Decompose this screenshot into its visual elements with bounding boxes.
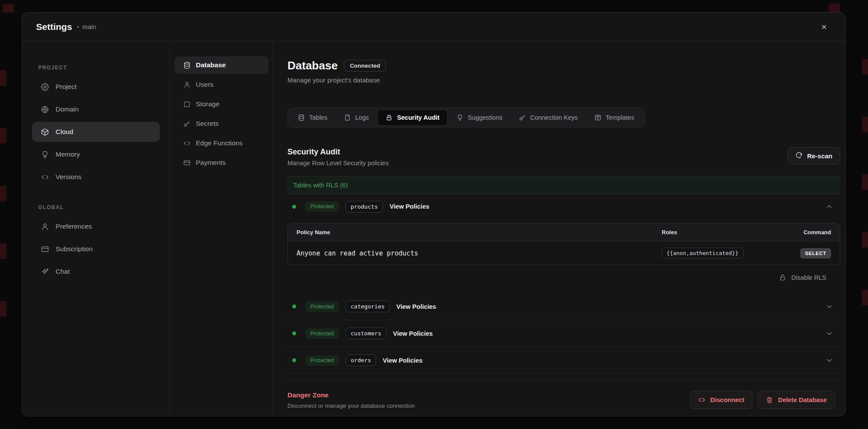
tab-label: Suggestions: [468, 114, 502, 121]
subnav-item-secrets[interactable]: Secrets: [175, 115, 268, 132]
square-icon: [183, 101, 191, 108]
modal-title: Settings: [36, 22, 72, 32]
chevron-down-icon[interactable]: [825, 357, 833, 364]
lightbulb-icon: [456, 114, 463, 121]
policies-panel: Policy Name Roles Command Anyone can rea…: [287, 219, 840, 293]
view-policies-link[interactable]: View Policies: [396, 303, 436, 310]
backdrop-artifact: [862, 59, 868, 75]
backdrop-artifact: [862, 232, 868, 248]
rls-table-row-products[interactable]: Protected products View Policies: [287, 194, 840, 219]
database-icon: [183, 62, 191, 69]
sidebar-section-project: PROJECT: [32, 65, 160, 71]
sidebar-item-label: Cloud: [56, 128, 73, 136]
tab-label: Templates: [606, 114, 634, 121]
settings-sidebar: PROJECT Project Domain Cloud Memory Vers…: [22, 41, 170, 416]
backdrop-artifact: [828, 3, 840, 12]
tab-templates[interactable]: Templates: [587, 109, 642, 126]
sidebar-item-subscription[interactable]: Subscription: [32, 239, 160, 259]
tab-security-audit[interactable]: Security Audit: [377, 109, 448, 126]
tab-label: Security Audit: [397, 114, 439, 121]
disconnect-button[interactable]: Disconnect: [690, 391, 752, 409]
section-title: Security Audit: [287, 147, 389, 157]
view-policies-link[interactable]: View Policies: [393, 330, 433, 337]
tab-suggestions[interactable]: Suggestions: [449, 109, 510, 126]
sidebar-item-chat[interactable]: Chat: [32, 262, 160, 282]
sidebar-item-project[interactable]: Project: [32, 77, 160, 97]
subnav-item-storage[interactable]: Storage: [175, 95, 268, 113]
subnav-item-edge-functions[interactable]: Edge Functions: [175, 134, 268, 152]
sidebar-item-versions[interactable]: Versions: [32, 167, 160, 187]
disable-rls-button[interactable]: Disable RLS: [287, 274, 840, 281]
backdrop-artifact: [0, 128, 7, 144]
close-button[interactable]: ×: [817, 20, 832, 34]
danger-zone-title: Danger Zone: [287, 391, 415, 400]
credit-card-icon: [183, 159, 191, 167]
subnav-item-payments[interactable]: Payments: [175, 154, 268, 171]
table-name-pill: categories: [346, 301, 390, 312]
policy-table: Policy Name Roles Command Anyone can rea…: [287, 223, 840, 265]
lock-icon: [386, 114, 393, 121]
chevron-down-icon[interactable]: [825, 330, 833, 337]
roles-pill: {{anon,authenticated}}: [662, 248, 743, 259]
rescan-button[interactable]: Re-scan: [788, 147, 840, 164]
subnav-item-label: Storage: [196, 100, 219, 108]
danger-zone: Danger Zone Disconnect or manage your da…: [287, 380, 840, 416]
table-icon: [594, 114, 601, 121]
tab-label: Tables: [309, 114, 327, 121]
trash-icon: [766, 396, 773, 403]
delete-database-button[interactable]: Delete Database: [758, 391, 835, 409]
backdrop-artifact: [0, 243, 7, 259]
sidebar-item-label: Subscription: [56, 245, 92, 253]
column-header-policy-name: Policy Name: [297, 229, 662, 236]
rls-table-row-orders[interactable]: Protected orders View Policies: [287, 347, 840, 374]
tab-connection-keys[interactable]: Connection Keys: [511, 109, 586, 126]
column-header-command: Command: [792, 229, 831, 236]
subnav-item-label: Secrets: [196, 120, 219, 128]
backdrop-artifact: [3, 4, 14, 13]
backdrop-artifact: [0, 70, 7, 86]
view-policies-link[interactable]: View Policies: [383, 357, 422, 364]
section-subtitle: Manage Row Level Security policies: [287, 160, 389, 167]
column-header-roles: Roles: [662, 229, 792, 236]
sidebar-item-preferences[interactable]: Preferences: [32, 216, 160, 236]
protected-badge: Protected: [305, 201, 339, 212]
backdrop-artifact: [0, 186, 7, 201]
cube-icon: [41, 128, 49, 136]
person-icon: [41, 223, 49, 231]
protected-badge: Protected: [305, 328, 339, 339]
chevron-up-icon[interactable]: [825, 203, 833, 210]
key-icon: [183, 120, 191, 128]
command-badge: SELECT: [800, 248, 831, 259]
sidebar-item-domain[interactable]: Domain: [32, 99, 160, 119]
tab-tables[interactable]: Tables: [290, 109, 335, 126]
policy-name: Anyone can read active products: [297, 249, 662, 257]
sidebar-section-global: GLOBAL: [32, 204, 160, 210]
danger-zone-subtitle: Disconnect or manage your database conne…: [287, 403, 415, 409]
person-icon: [183, 81, 191, 88]
table-name-pill: products: [346, 201, 383, 213]
database-icon: [298, 114, 305, 121]
chevron-down-icon[interactable]: [825, 303, 833, 311]
rls-table-row-categories[interactable]: Protected categories View Policies: [287, 293, 840, 320]
subnav-item-label: Database: [196, 61, 226, 69]
sparkles-icon: [41, 268, 49, 276]
subnav-item-users[interactable]: Users: [175, 76, 268, 93]
rls-group-header: Tables with RLS (6): [287, 176, 840, 194]
sidebar-item-memory[interactable]: Memory: [32, 144, 160, 164]
subnav-item-database[interactable]: Database: [175, 56, 268, 74]
code-icon: [183, 140, 191, 147]
view-policies-link[interactable]: View Policies: [389, 203, 429, 210]
subnav-item-label: Payments: [196, 159, 226, 167]
status-dot: [292, 205, 296, 209]
code-icon: [41, 173, 49, 181]
credit-card-icon: [41, 245, 49, 253]
gear-icon: [41, 83, 49, 91]
rls-table-row-customers[interactable]: Protected customers View Policies: [287, 320, 840, 347]
backdrop-artifact: [862, 174, 868, 190]
tab-logs[interactable]: Logs: [336, 109, 376, 126]
sidebar-item-label: Preferences: [56, 223, 92, 230]
status-dot: [292, 305, 296, 308]
modal-header: Settings main ×: [22, 13, 845, 41]
unlink-icon: [698, 396, 705, 403]
sidebar-item-cloud[interactable]: Cloud: [32, 122, 160, 142]
